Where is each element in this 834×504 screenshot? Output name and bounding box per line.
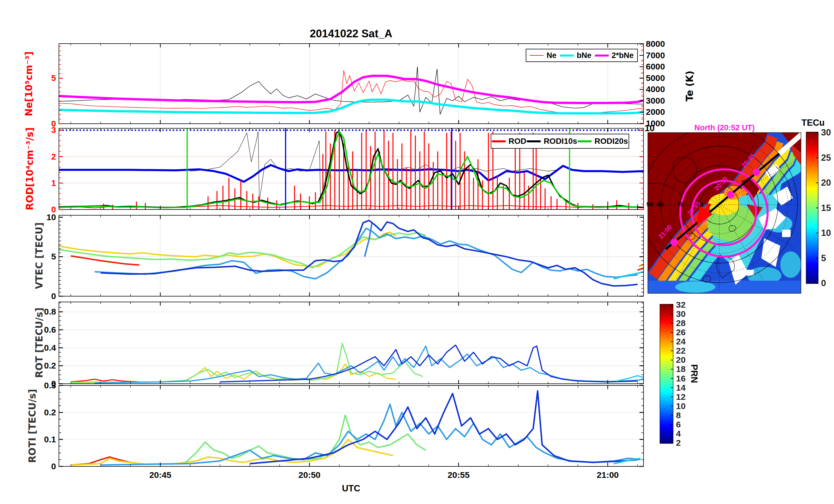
te-tick-label: 2000 xyxy=(646,107,665,117)
legend-label-rodi10s: RODI10s xyxy=(544,137,577,146)
legend-label-rod: ROD xyxy=(508,137,526,146)
prn-colorbar-tick: 24 xyxy=(676,337,685,346)
x-tick-label: 20:50 xyxy=(299,470,321,480)
prn-colorbar-tick: 28 xyxy=(676,318,685,328)
legend-entry-2bne: 2*bNe xyxy=(595,51,634,60)
figure-title: 20141022 Sat_A xyxy=(207,27,495,40)
series-cyan end xyxy=(614,272,643,279)
y-tick-label-roti: 0.3 xyxy=(44,381,56,390)
te-tick-label: 3000 xyxy=(646,96,665,106)
legend-entry-ne: Ne xyxy=(530,51,556,60)
prn-colorbar-tick: 14 xyxy=(676,383,685,393)
y-tick-label-rot: 0.4 xyxy=(44,343,56,353)
te-tick-label: 8000 xyxy=(646,39,665,49)
tec-colorbar-tick: 30 xyxy=(821,128,831,138)
y-tick-label-roti: 0.1 xyxy=(44,435,56,444)
prn-colorbar-tick: 20 xyxy=(676,355,685,365)
tec-colorbar-tick: 15 xyxy=(821,203,831,213)
te-tick-label: 6000 xyxy=(646,62,665,71)
prn-colorbar-label: PRN xyxy=(689,364,699,383)
prn-colorbar xyxy=(660,304,673,443)
rodi10s-line-swatch xyxy=(527,140,541,142)
y-axis-label-roti: ROTI [TECU/s] xyxy=(27,389,38,463)
legend-entry-bne: bNe xyxy=(560,51,591,60)
y-tick-label-rot: 0.6 xyxy=(44,325,56,335)
rod-line-swatch xyxy=(492,140,506,142)
te-tick-label: 5000 xyxy=(646,73,665,83)
figure-canvas xyxy=(0,0,834,504)
legend-entry-rodi20s: RODI20s xyxy=(578,137,628,146)
map-title: North (20:52 UT) xyxy=(694,123,755,132)
x-tick-label: 20:55 xyxy=(447,470,470,480)
prn-colorbar-tick: 18 xyxy=(676,364,685,374)
tec-colorbar-tick: 5 xyxy=(821,253,826,264)
legend-rod: ROD RODI10s RODI20s xyxy=(491,134,629,149)
y-axis-label-rot: ROT [TECU/s] xyxy=(34,307,45,378)
panel-rot xyxy=(59,302,643,384)
prn-colorbar-tick: 16 xyxy=(676,374,685,384)
map-lat-label: 60 xyxy=(657,201,664,208)
prn-colorbar-tick: 12 xyxy=(676,392,685,402)
prn-colorbar-tick: 4 xyxy=(676,429,681,439)
y-tick-label-roti: 0 xyxy=(51,461,56,471)
y-axis-label-rod: ROD[10⁴cm⁻³/s] xyxy=(24,128,35,210)
prn-colorbar-tick: 26 xyxy=(676,327,685,337)
y-tick-label-rod: 3 xyxy=(51,125,56,135)
y-tick-label-ne_te: 5 xyxy=(51,73,56,83)
map-lat-label: 70 xyxy=(677,201,683,208)
2bne-line-swatch xyxy=(595,54,609,56)
y-tick-label-roti: 0.2 xyxy=(44,408,56,417)
series-dark blue xyxy=(220,345,638,382)
te-tick-label: 4000 xyxy=(646,84,665,94)
x-axis-label-utc: UTC xyxy=(342,483,360,494)
te-axis-extra-label: 10 xyxy=(645,123,655,134)
figure: 20141022 Sat_A Ne[10⁵cm⁻³] ROD[10⁴cm⁻³/s… xyxy=(0,0,834,504)
bne-line-swatch xyxy=(560,54,574,56)
y-tick-label-vtec: 5 xyxy=(51,252,56,261)
tec-colorbar-tick: 25 xyxy=(821,153,831,163)
prn-colorbar-tick: 10 xyxy=(676,401,685,411)
prn-colorbar-tick: 32 xyxy=(676,300,685,310)
panel-roti xyxy=(59,386,643,466)
y-tick-label-rod: 2 xyxy=(51,152,56,162)
series-dark blue xyxy=(250,391,638,464)
x-tick-label: 21:00 xyxy=(597,470,619,480)
series-Te xyxy=(59,67,643,114)
prn-colorbar-tick: 8 xyxy=(676,410,681,420)
time-series-panels xyxy=(59,44,643,466)
rodi20s-line-swatch xyxy=(578,140,592,142)
y-axis-label-ne: Ne[10⁵cm⁻³] xyxy=(23,51,35,116)
series-orange end xyxy=(639,265,643,266)
tec-colorbar-tick: 0 xyxy=(821,278,826,289)
series-yellow xyxy=(71,439,393,465)
series-light blue xyxy=(95,346,643,383)
legend-label-rodi20s: RODI20s xyxy=(594,137,628,146)
y-tick-label-rot: 0.2 xyxy=(44,361,56,370)
legend-label-ne: Ne xyxy=(546,51,556,60)
y-tick-label-vtec: 0 xyxy=(51,291,56,301)
y-axis-label-te: Te (K) xyxy=(684,71,695,101)
y-tick-label-rod: 1 xyxy=(51,178,56,188)
ne-line-swatch xyxy=(530,55,544,56)
prn-colorbar-tick: 22 xyxy=(676,346,685,356)
tec-colorbar-tick: 20 xyxy=(821,178,831,188)
legend-label-bne: bNe xyxy=(576,51,591,60)
prn-colorbar-tick: 2 xyxy=(676,438,681,448)
y-tick-label-rot: 0.8 xyxy=(44,307,56,317)
prn-colorbar-tick: 6 xyxy=(676,420,681,429)
legend-label-2bne: 2*bNe xyxy=(612,51,634,60)
y-axis-label-vtec: VTEC [TECU] xyxy=(34,223,45,289)
y-tick-label-vtec: 10 xyxy=(47,212,56,222)
legend-entry-rodi10s: RODI10s xyxy=(527,137,577,146)
map-lat-label: 50 xyxy=(646,201,653,208)
x-tick-label: 20:45 xyxy=(149,470,172,480)
panel-vtec xyxy=(59,215,643,296)
polar-tec-map xyxy=(633,118,806,298)
prn-colorbar-tick: 30 xyxy=(676,309,685,319)
tec-colorbar-tick: 10 xyxy=(821,228,831,238)
tec-colorbar-title: TECu xyxy=(802,118,825,128)
legend-ne: Ne bNe 2*bNe xyxy=(526,49,638,62)
te-tick-label: 7000 xyxy=(646,50,665,60)
series-Ne xyxy=(59,71,643,114)
legend-entry-rod: ROD xyxy=(492,137,526,146)
